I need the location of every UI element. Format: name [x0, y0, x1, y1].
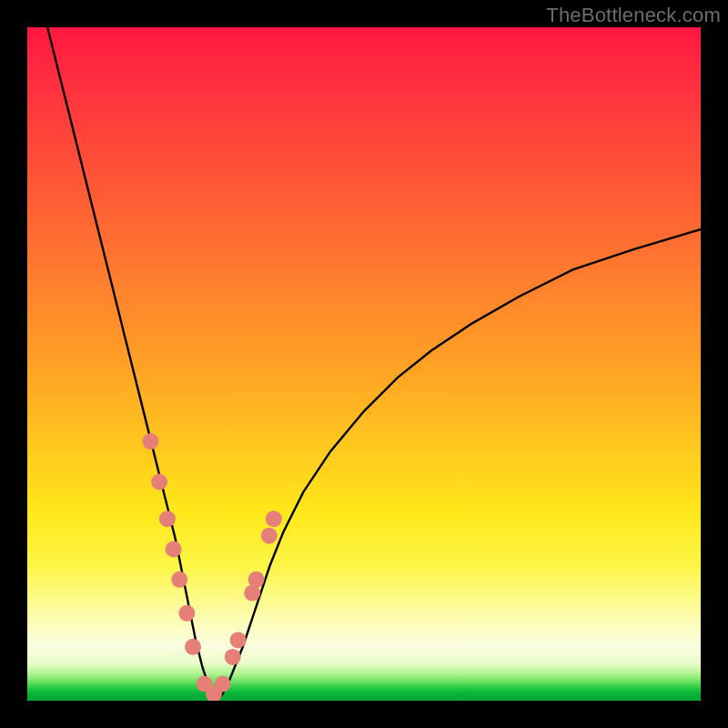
- sample-marker: [261, 528, 278, 544]
- bottleneck-curve: [47, 27, 701, 701]
- plot-area: [27, 27, 701, 701]
- watermark-text: TheBottleneck.com: [546, 4, 721, 27]
- sample-marker: [230, 632, 247, 648]
- chart-svg: [27, 27, 701, 701]
- sample-marker: [215, 676, 231, 693]
- sample-marker: [151, 474, 167, 490]
- sample-marker: [225, 649, 241, 665]
- sample-marker: [178, 605, 195, 622]
- chart-frame: TheBottleneck.com: [0, 0, 728, 728]
- sample-marker: [185, 639, 201, 655]
- sample-marker: [248, 571, 265, 588]
- sample-marker: [266, 511, 282, 527]
- sample-marker: [142, 433, 158, 450]
- sample-markers: [142, 433, 281, 701]
- sample-marker: [159, 511, 176, 527]
- sample-marker: [166, 541, 182, 558]
- sample-marker: [171, 571, 187, 588]
